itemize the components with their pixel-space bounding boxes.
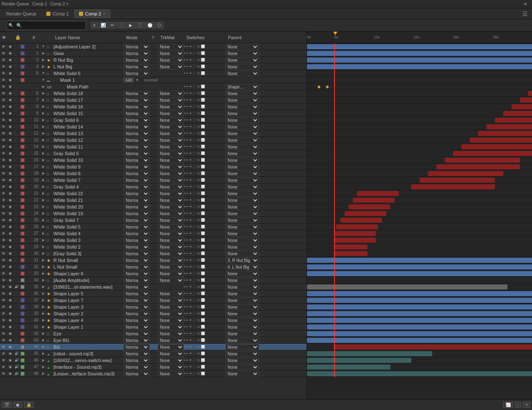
solo-toggle-32[interactable]: ◉: [7, 265, 13, 269]
layer-name-23[interactable]: White Solid 20: [53, 204, 124, 209]
eye-toggle-5[interactable]: 👁: [0, 71, 7, 75]
eye-toggle-30[interactable]: 👁: [0, 252, 7, 256]
trkmat-select-39[interactable]: None: [158, 311, 184, 317]
eye-toggle-43[interactable]: 👁: [0, 338, 7, 342]
layer-row-18[interactable]: 👁◉18▶□White Solid 8NormaNone⟵ ✦ ⟋ fx ⬜No…: [0, 170, 307, 177]
parent-select-29[interactable]: None: [225, 244, 259, 250]
trkmat-select-12[interactable]: None: [158, 131, 184, 136]
parent-select-14[interactable]: None: [225, 144, 259, 150]
layer-name-47[interactable]: [Interface - Sound.mp3]: [53, 365, 124, 370]
label-color-21[interactable]: [20, 191, 25, 196]
solo-toggle-5[interactable]: ◉: [7, 71, 13, 75]
eye-toggle-14[interactable]: 👁: [0, 145, 7, 149]
layer-row-16[interactable]: 👁◉16▶□White Solid 10NormaNone⟵ ✦ ⟋ fx ⬜N…: [0, 157, 307, 163]
tl-row-25[interactable]: [307, 217, 532, 224]
tl-row-38[interactable]: [307, 304, 532, 310]
mode-select-34[interactable]: Norma: [124, 277, 149, 283]
label-color-38[interactable]: [20, 305, 25, 309]
mode-select-7[interactable]: Norma: [124, 97, 149, 103]
expand-btn-40[interactable]: ▶: [40, 318, 47, 322]
layer-row-39[interactable]: 👁◉39▶★Shape Layer 2NormaNone⟵ ✦ ⟋ fx ⬜No…: [0, 310, 307, 317]
expand-btn-30[interactable]: ▶: [40, 252, 47, 255]
layer-name-7[interactable]: White Solid 17: [53, 98, 124, 103]
trkmat-select-48[interactable]: None: [158, 371, 184, 377]
tl-row-1[interactable]: [307, 43, 532, 50]
mode-select-8[interactable]: Norma: [124, 104, 149, 110]
trkmat-select-44[interactable]: None: [158, 344, 184, 350]
eye-toggle-12[interactable]: 👁: [0, 131, 7, 136]
layer-name-21[interactable]: White Solid 22: [53, 191, 124, 196]
label-color-34[interactable]: [20, 278, 25, 282]
layer-name-46[interactable]: [160432...-servo-switch.wav]: [53, 358, 124, 363]
layer-name-34[interactable]: [Audio Amplitude]: [53, 278, 124, 283]
expand-btn-21[interactable]: ▶: [40, 191, 47, 195]
layer-row-9[interactable]: 👁◉9▶□White Solid 15NormaNone⟵ ✦ ⟋ fx ⬜No…: [0, 110, 307, 117]
trkmat-select-17[interactable]: None: [158, 164, 184, 170]
layer-name-2[interactable]: Glow: [53, 51, 124, 56]
layer-name-24[interactable]: White Solid 19: [53, 211, 124, 216]
parent-select-45[interactable]: None: [225, 351, 259, 357]
solo-toggle-39[interactable]: ◉: [7, 312, 13, 315]
solo-toggle-45[interactable]: ◉: [7, 352, 13, 355]
trkmat-select-30[interactable]: None: [158, 251, 184, 257]
tl-row-24[interactable]: [307, 210, 532, 217]
expand-btn-33[interactable]: ▶: [40, 272, 47, 275]
comp-flow-btn[interactable]: ≡: [91, 22, 98, 28]
solo-toggle-22[interactable]: ◉: [7, 198, 13, 202]
layer-name-8[interactable]: White Solid 16: [53, 104, 124, 109]
eye-toggle-40[interactable]: 👁: [0, 318, 7, 322]
tl-row-34[interactable]: [307, 277, 532, 284]
parent-select-6[interactable]: None: [225, 91, 259, 96]
expand-btn-25[interactable]: ▶: [40, 218, 47, 222]
label-color-12[interactable]: [20, 131, 25, 136]
mode-select-26[interactable]: Norma: [124, 224, 149, 230]
mode-select-21[interactable]: Norma: [124, 191, 149, 196]
label-color-14[interactable]: [20, 145, 25, 149]
solo-toggle-8[interactable]: ◉: [7, 105, 13, 108]
label-color-25[interactable]: [20, 218, 25, 222]
eye-toggle-19[interactable]: 👁: [0, 178, 7, 182]
solo-toggle-42[interactable]: ◉: [7, 332, 13, 335]
expand-btn-10[interactable]: ▶: [40, 118, 47, 122]
layer-row-17[interactable]: 👁◉17▶□White Solid 9NormaNone⟵ ✦ ⟋ fx ⬜No…: [0, 163, 307, 170]
mode-select-28[interactable]: Norma: [124, 237, 149, 243]
layer-row-3[interactable]: 👁◉3▶★R Nut BigNormaNone⟵ ✦ ⟋ fx ⬜None: [0, 57, 307, 63]
eye-toggle-6[interactable]: 👁: [0, 91, 7, 96]
label-color-20[interactable]: [20, 185, 25, 189]
expand-btn-7[interactable]: ▶: [40, 98, 47, 102]
eye-toggle-32[interactable]: 👁: [0, 265, 7, 269]
layer-row-33[interactable]: 👁◉33▶★Shape Layer 6NormaNone⟵ ✦ ⟋ fx ⬜No…: [0, 270, 307, 277]
solo-toggle-25[interactable]: ◉: [7, 218, 13, 222]
layer-row-6[interactable]: 👁◉6▶□White Solid 18NormaNone⟵ ✦ ⟋ fx ⬜No…: [0, 90, 307, 97]
eye-toggle-45[interactable]: 👁: [0, 352, 7, 356]
label-color-27[interactable]: [20, 231, 25, 236]
eye-toggle-24[interactable]: 👁: [0, 211, 7, 216]
tl-row-31[interactable]: [307, 257, 532, 264]
label-color-48[interactable]: [20, 372, 25, 376]
mode-select-43[interactable]: Norma: [124, 337, 149, 343]
mode-select-29[interactable]: Norma: [124, 244, 149, 250]
eye-toggle-42[interactable]: 👁: [0, 332, 7, 336]
eye-toggle-18[interactable]: 👁: [0, 171, 7, 176]
label-color-6[interactable]: [20, 91, 25, 96]
parent-select-48[interactable]: None: [225, 371, 259, 377]
clock-btn[interactable]: 🕐: [145, 22, 155, 28]
mask-add-btn-1[interactable]: Add▼Inverted: [124, 78, 157, 83]
expand-btn-18[interactable]: ▶: [40, 171, 47, 175]
mode-select-27[interactable]: Norma: [124, 231, 149, 236]
parent-select-31[interactable]: 3. R Nut Big: [225, 257, 259, 263]
eye-toggle-29[interactable]: 👁: [0, 245, 7, 249]
trkmat-select-8[interactable]: None: [158, 104, 184, 110]
label-color-46[interactable]: [20, 358, 25, 362]
expand-btn-17[interactable]: ▶: [40, 165, 47, 169]
tl-row-36[interactable]: [307, 290, 532, 297]
mode-select-45[interactable]: Norma: [124, 351, 149, 357]
tab-comp2[interactable]: Comp 2 ×: [74, 10, 110, 18]
expand-btn--1[interactable]: ▼: [40, 78, 47, 82]
layer-row-14[interactable]: 👁◉14▶□White Solid 11NormaNone⟵ ✦ ⟋ fx ⬜N…: [0, 143, 307, 150]
label-color-4[interactable]: [20, 65, 25, 69]
trkmat-select-41[interactable]: None: [158, 324, 184, 330]
expand-btn-37[interactable]: ▶: [40, 298, 47, 302]
layer-name-48[interactable]: [Lesser...terface Sounds.mp3]: [53, 371, 124, 376]
solo-toggle-9[interactable]: ◉: [7, 111, 13, 115]
